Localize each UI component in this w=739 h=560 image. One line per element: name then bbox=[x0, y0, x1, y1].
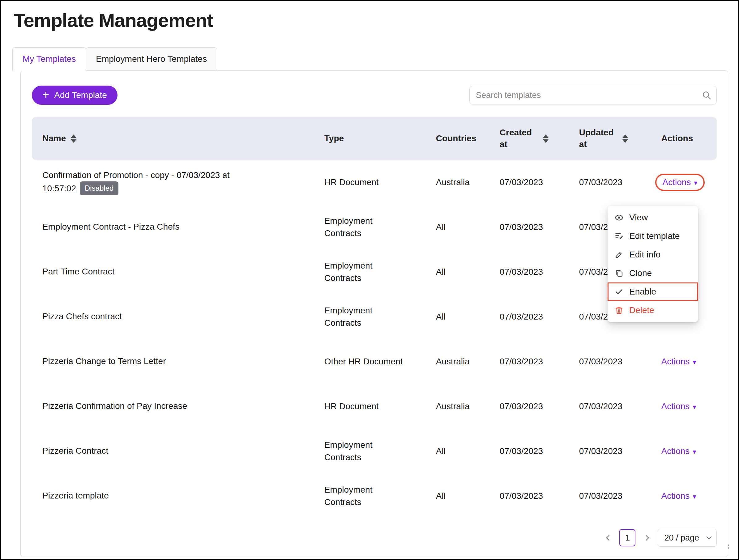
check-icon bbox=[614, 288, 624, 296]
table-row: Pizzeria template Employment Contracts A… bbox=[32, 474, 717, 518]
sort-icon[interactable] bbox=[622, 135, 628, 143]
menu-item-label: Edit info bbox=[629, 250, 660, 259]
template-countries: Australia bbox=[436, 357, 470, 366]
menu-item-edit-info[interactable]: Edit info bbox=[608, 245, 698, 264]
actions-label: Actions bbox=[661, 491, 690, 501]
toolbar: + Add Template bbox=[32, 85, 717, 105]
add-template-button[interactable]: + Add Template bbox=[32, 85, 118, 105]
template-countries: All bbox=[436, 267, 446, 276]
chevron-right-icon bbox=[643, 535, 649, 541]
updated-date: 07/03/2023 bbox=[579, 491, 622, 501]
created-date: 07/03/2023 bbox=[500, 491, 543, 501]
menu-item-edit-template[interactable]: Edit template bbox=[608, 227, 698, 245]
template-type: Employment Contracts bbox=[324, 305, 408, 329]
page-size-select[interactable]: 20 / page bbox=[658, 529, 717, 547]
eye-icon bbox=[614, 213, 624, 222]
plus-icon: + bbox=[42, 89, 49, 101]
sort-icon[interactable] bbox=[543, 135, 549, 143]
tabs: My Templates Employment Hero Templates bbox=[12, 47, 738, 70]
search-icon[interactable] bbox=[702, 90, 712, 100]
template-type: HR Document bbox=[324, 400, 379, 412]
table-row: Pizzeria Confirmation of Pay Increase HR… bbox=[32, 384, 717, 429]
add-template-label: Add Template bbox=[54, 90, 107, 100]
page-title: Template Management bbox=[14, 9, 738, 31]
chevron-down-icon: ▾ bbox=[693, 447, 696, 455]
template-countries: Australia bbox=[436, 401, 470, 411]
menu-item-clone[interactable]: Clone bbox=[608, 264, 698, 283]
pencil-icon bbox=[614, 250, 624, 259]
template-countries: All bbox=[436, 312, 446, 322]
annotation-highlight: Actions▾ bbox=[655, 174, 705, 191]
actions-dropdown-menu: View Edit template Edit info bbox=[608, 206, 698, 322]
column-header-name: Name bbox=[42, 134, 66, 143]
updated-date: 07/03/2023 bbox=[579, 177, 622, 187]
template-name: Confirmation of Promotion - copy - 07/03… bbox=[42, 170, 230, 193]
template-name: Employment Contract - Pizza Chefs bbox=[42, 222, 180, 231]
column-header-created: Created at bbox=[500, 127, 538, 150]
menu-item-delete[interactable]: Delete bbox=[608, 301, 698, 320]
clone-icon bbox=[614, 269, 624, 277]
tab-employment-hero-templates[interactable]: Employment Hero Templates bbox=[86, 47, 217, 71]
template-name: Pizzeria Contract bbox=[42, 446, 108, 455]
template-name: Part Time Contract bbox=[42, 267, 114, 276]
menu-item-label: Enable bbox=[629, 287, 656, 297]
chevron-down-icon: ▾ bbox=[694, 178, 697, 186]
table-row: Pizzeria Change to Terms Letter Other HR… bbox=[32, 339, 717, 384]
sort-down-arrow bbox=[543, 139, 549, 143]
template-type: Employment Contracts bbox=[324, 439, 408, 463]
column-header-type: Type bbox=[324, 134, 344, 143]
current-page[interactable]: 1 bbox=[619, 529, 635, 546]
template-countries: All bbox=[436, 222, 446, 232]
sort-down-arrow bbox=[622, 139, 628, 143]
updated-date: 07/03/2023 bbox=[579, 357, 622, 366]
created-date: 07/03/2023 bbox=[500, 177, 543, 187]
search-box bbox=[469, 86, 717, 105]
column-header-actions: Actions bbox=[661, 134, 693, 143]
chevron-down-icon: ▾ bbox=[693, 492, 696, 500]
created-date: 07/03/2023 bbox=[500, 222, 543, 232]
menu-item-label: Delete bbox=[629, 305, 654, 315]
actions-label: Actions bbox=[662, 177, 691, 187]
actions-button[interactable]: Actions▾ bbox=[661, 491, 696, 501]
tab-label: My Templates bbox=[23, 54, 76, 64]
trash-icon bbox=[614, 306, 624, 315]
templates-table: Name Type Countries Created at Updated a… bbox=[32, 117, 717, 518]
template-name: Pizzeria template bbox=[42, 491, 109, 500]
prev-page-button[interactable] bbox=[603, 533, 613, 543]
next-page-button[interactable] bbox=[641, 533, 651, 543]
search-input[interactable] bbox=[476, 90, 702, 100]
created-date: 07/03/2023 bbox=[500, 446, 543, 456]
template-countries: Australia bbox=[436, 177, 470, 187]
sort-up-arrow bbox=[543, 135, 549, 138]
actions-label: Actions bbox=[661, 357, 690, 367]
template-countries: All bbox=[436, 491, 446, 501]
sort-up-arrow bbox=[71, 135, 77, 138]
updated-date: 07/03/2023 bbox=[579, 446, 622, 456]
menu-item-enable[interactable]: Enable bbox=[608, 283, 698, 301]
template-type: HR Document bbox=[324, 176, 379, 188]
menu-item-view[interactable]: View bbox=[608, 208, 698, 227]
chevron-left-icon bbox=[606, 535, 612, 541]
actions-button[interactable]: Actions▾ bbox=[662, 177, 698, 187]
column-header-updated: Updated at bbox=[579, 127, 617, 150]
column-header-countries: Countries bbox=[436, 134, 476, 143]
status-badge: Disabled bbox=[80, 181, 118, 195]
table-row: Pizzeria Contract Employment Contracts A… bbox=[32, 429, 717, 474]
created-date: 07/03/2023 bbox=[500, 357, 543, 366]
chevron-down-icon: ▾ bbox=[693, 402, 696, 410]
table-header: Name Type Countries Created at Updated a… bbox=[32, 117, 717, 160]
actions-button[interactable]: Actions▾ bbox=[661, 401, 696, 411]
actions-button[interactable]: Actions▾ bbox=[661, 357, 696, 367]
sort-icon[interactable] bbox=[71, 135, 77, 143]
menu-item-label: View bbox=[629, 213, 648, 222]
chevron-down-icon: ▾ bbox=[693, 358, 696, 366]
tab-my-templates[interactable]: My Templates bbox=[12, 47, 86, 71]
template-name: Pizzeria Confirmation of Pay Increase bbox=[42, 401, 187, 411]
created-date: 07/03/2023 bbox=[500, 312, 543, 322]
actions-button[interactable]: Actions▾ bbox=[661, 446, 696, 456]
table-row: Confirmation of Promotion - copy - 07/03… bbox=[32, 160, 717, 205]
app-window: Template Management My Templates Employm… bbox=[0, 0, 739, 560]
created-date: 07/03/2023 bbox=[500, 401, 543, 411]
template-type: Employment Contracts bbox=[324, 259, 408, 284]
page-size-value: 20 / page bbox=[664, 533, 699, 543]
